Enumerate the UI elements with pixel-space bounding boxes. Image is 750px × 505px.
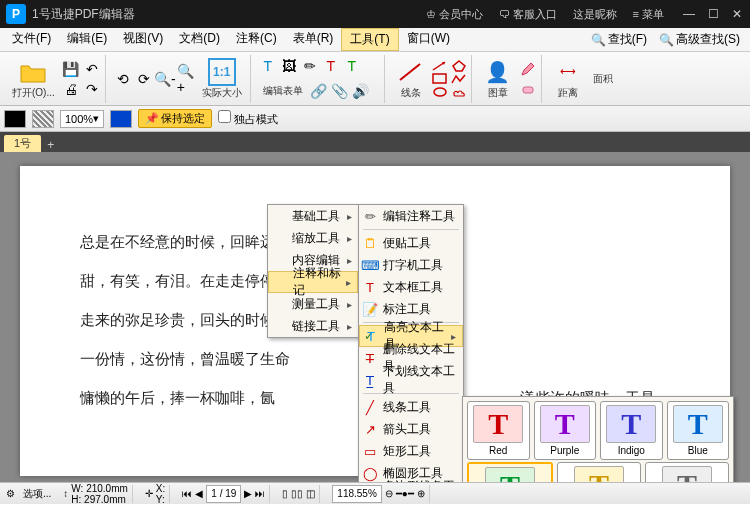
image-tool-icon[interactable]: 🖼 <box>280 57 298 75</box>
redo-icon[interactable]: ↷ <box>83 80 101 98</box>
document-viewport[interactable]: 总是在不经意的时候，回眸远 甜，有笑，有泪。在走走停停 走来的弥足珍贵，回头的时… <box>0 152 750 482</box>
layout-facing-icon[interactable]: ◫ <box>306 488 315 499</box>
zoom-select[interactable]: 100% ▾ <box>60 110 104 128</box>
annotation-item[interactable]: ╱线条工具 <box>359 396 463 418</box>
annotation-item[interactable]: ✏编辑注释工具 <box>359 205 463 227</box>
submenu-item[interactable]: 缩放工具▸ <box>268 227 358 249</box>
menu-表单(R)[interactable]: 表单(R) <box>285 28 342 51</box>
color-swatch-red[interactable]: TRed <box>467 401 530 460</box>
svg-line-0 <box>400 64 420 80</box>
annotation-item[interactable]: 📝标注工具 <box>359 298 463 320</box>
menu-文档(D)[interactable]: 文档(D) <box>171 28 228 51</box>
find-button[interactable]: 🔍查找(F) <box>585 29 653 50</box>
rotate-right-icon[interactable]: ⟳ <box>135 70 153 88</box>
sound-icon[interactable]: 🔊 <box>352 82 370 100</box>
first-page-icon[interactable]: ⏮ <box>182 488 192 499</box>
pencil-icon[interactable] <box>519 60 537 78</box>
next-page-icon[interactable]: ▶ <box>244 488 252 499</box>
menu-工具(T)[interactable]: 工具(T) <box>341 28 398 51</box>
lines-button[interactable]: 线条 <box>393 56 429 102</box>
tool-icon: T̲ <box>362 372 378 388</box>
zoom-in-icon[interactable]: 🔍+ <box>177 70 195 88</box>
color-swatch-indigo[interactable]: TIndigo <box>600 401 663 460</box>
attach-icon[interactable]: 📎 <box>331 82 349 100</box>
annotation-item[interactable]: T文本框工具 <box>359 276 463 298</box>
submenu-item[interactable]: 基础工具▸ <box>268 205 358 227</box>
swatch-preview: T <box>574 466 624 482</box>
rotate-left-icon[interactable]: ⟲ <box>114 70 132 88</box>
color-swatch-green[interactable]: TGreen <box>467 462 553 482</box>
last-page-icon[interactable]: ⏭ <box>255 488 265 499</box>
fill-color[interactable] <box>4 110 26 128</box>
menu-编辑(E)[interactable]: 编辑(E) <box>59 28 115 51</box>
save-icon[interactable]: 💾 <box>62 60 80 78</box>
zoom-in-button[interactable]: ⊕ <box>417 488 425 499</box>
rect-shape-icon[interactable] <box>432 73 448 85</box>
submenu-item[interactable]: 注释和标记▸ <box>268 271 358 293</box>
maximize-button[interactable]: ☐ <box>706 7 720 21</box>
tool-icon: ✏ <box>362 208 378 224</box>
text-box-icon[interactable]: T <box>343 57 361 75</box>
member-center-link[interactable]: ♔ 会员中心 <box>426 7 483 22</box>
color-swatch-purple[interactable]: TPurple <box>534 401 597 460</box>
distance-button[interactable]: ⟷ 距离 <box>550 56 586 102</box>
document-tab[interactable]: 1号 <box>4 135 41 152</box>
zoom-indicator[interactable]: 118.55% <box>332 485 381 503</box>
advanced-find-button[interactable]: 🔍高级查找(S) <box>653 29 746 50</box>
polyline-shape-icon[interactable] <box>451 73 467 85</box>
annotation-item[interactable]: 🗒便贴工具 <box>359 232 463 254</box>
link-icon[interactable]: 🔗 <box>310 82 328 100</box>
undo-icon[interactable]: ↶ <box>83 60 101 78</box>
cloud-shape-icon[interactable] <box>451 86 467 98</box>
keep-selection-toggle[interactable]: 📌保持选定 <box>138 109 212 128</box>
close-button[interactable]: ✕ <box>730 7 744 21</box>
ellipse-shape-icon[interactable] <box>432 86 448 98</box>
annotation-item[interactable]: ⌨打字机工具 <box>359 254 463 276</box>
prev-page-icon[interactable]: ◀ <box>195 488 203 499</box>
area-button[interactable]: 面积 <box>589 70 617 88</box>
color-swatch-grey[interactable]: TGrey <box>645 462 729 482</box>
pattern-box[interactable] <box>32 110 54 128</box>
annotation-submenu: ✏编辑注释工具🗒便贴工具⌨打字机工具T文本框工具📝标注工具✓T高亮文本工具▸T̶… <box>358 204 464 482</box>
options-button[interactable]: 选项... <box>23 487 51 501</box>
add-tab-button[interactable]: + <box>47 138 54 152</box>
submenu-item[interactable]: 链接工具▸ <box>268 315 358 337</box>
menubar: 文件(F)编辑(E)视图(V)文档(D)注释(C)表单(R)工具(T)窗口(W)… <box>0 28 750 52</box>
print-icon[interactable]: 🖨 <box>62 80 80 98</box>
layout-continuous-icon[interactable]: ▯▯ <box>291 488 303 499</box>
actual-size-button[interactable]: 1:1 实际大小 <box>198 56 246 102</box>
highlight-tool-icon[interactable]: ✏ <box>301 57 319 75</box>
zoom-slider[interactable]: ━●━ <box>396 488 414 499</box>
layout-single-icon[interactable]: ▯ <box>282 488 288 499</box>
tool-icon: ⌨ <box>362 257 378 273</box>
stroke-color[interactable] <box>110 110 132 128</box>
color-swatch-blue[interactable]: TBlue <box>667 401 730 460</box>
open-button[interactable]: 打开(O)... <box>8 56 59 102</box>
annotation-item[interactable]: T̲下划线文本工具 <box>359 369 463 391</box>
options-gear-icon[interactable]: ⚙ <box>6 488 15 499</box>
menu-文件(F)[interactable]: 文件(F) <box>4 28 59 51</box>
arrow-shape-icon[interactable] <box>432 60 448 72</box>
color-swatch-yellow[interactable]: TYellow <box>557 462 641 482</box>
swatch-label: Purple <box>550 445 579 456</box>
zoom-out-icon[interactable]: 🔍- <box>156 70 174 88</box>
zoom-out-button[interactable]: ⊖ <box>385 488 393 499</box>
edit-form-button[interactable]: 编辑表单 <box>259 82 307 100</box>
text-tool-icon[interactable]: T <box>259 57 277 75</box>
stamp-button[interactable]: 👤 图章 <box>480 56 516 102</box>
annotation-item[interactable]: ▭矩形工具 <box>359 440 463 462</box>
exclusive-mode-checkbox[interactable]: 独占模式 <box>218 110 278 127</box>
polygon-shape-icon[interactable] <box>451 60 467 72</box>
page-indicator[interactable]: 1 / 19 <box>206 485 241 503</box>
highlight-color-palette: TRedTPurpleTIndigoTBlueTGreenTYellowTGre… <box>462 396 734 482</box>
menu-窗口(W)[interactable]: 窗口(W) <box>399 28 458 51</box>
annotation-item[interactable]: ↗箭头工具 <box>359 418 463 440</box>
menu-视图(V)[interactable]: 视图(V) <box>115 28 171 51</box>
menu-注释(C)[interactable]: 注释(C) <box>228 28 285 51</box>
minimize-button[interactable]: — <box>682 7 696 21</box>
text-select-icon[interactable]: T <box>322 57 340 75</box>
support-link[interactable]: 🗨 客服入口 <box>499 7 557 22</box>
submenu-item[interactable]: 测量工具▸ <box>268 293 358 315</box>
menu-link[interactable]: ≡ 菜单 <box>633 7 664 22</box>
eraser-icon[interactable] <box>519 80 537 98</box>
